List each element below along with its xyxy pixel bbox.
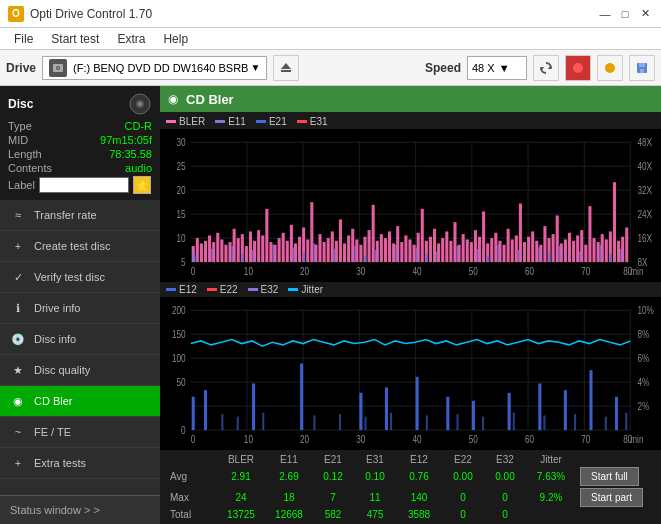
nav-transfer-rate[interactable]: ≈ Transfer rate bbox=[0, 200, 160, 231]
eject-button[interactable] bbox=[273, 55, 299, 81]
nav-disc-quality[interactable]: ★ Disc quality bbox=[0, 355, 160, 386]
svg-rect-98 bbox=[380, 234, 383, 262]
speed-label: Speed bbox=[425, 61, 461, 75]
legend-e11: E11 bbox=[215, 116, 246, 127]
svg-rect-121 bbox=[474, 230, 477, 262]
svg-rect-164 bbox=[293, 247, 295, 262]
svg-rect-66 bbox=[249, 231, 252, 262]
start-part-button[interactable]: Start part bbox=[580, 488, 643, 507]
legend-e31-label: E31 bbox=[310, 116, 328, 127]
svg-rect-173 bbox=[477, 249, 479, 262]
speed-select[interactable]: 48 X ▼ bbox=[467, 56, 527, 80]
disc-label-input[interactable] bbox=[39, 177, 129, 193]
refresh-button[interactable] bbox=[533, 55, 559, 81]
drive-label: Drive bbox=[6, 61, 36, 75]
top-legend: BLER E11 E21 E31 bbox=[160, 112, 661, 129]
maximize-button[interactable]: □ bbox=[617, 6, 633, 22]
drive-icon bbox=[49, 59, 67, 77]
svg-rect-160 bbox=[211, 249, 213, 262]
svg-rect-224 bbox=[192, 397, 195, 430]
nav-drive-info[interactable]: ℹ Drive info bbox=[0, 293, 160, 324]
start-full-button[interactable]: Start full bbox=[580, 467, 639, 486]
stats-max-e31: 11 bbox=[354, 492, 396, 503]
disc-length-key: Length bbox=[8, 148, 42, 160]
svg-rect-114 bbox=[445, 231, 448, 262]
svg-rect-128 bbox=[503, 245, 506, 262]
svg-rect-162 bbox=[252, 250, 254, 262]
svg-text:0: 0 bbox=[191, 433, 196, 445]
legend-e21-label: E21 bbox=[269, 116, 287, 127]
svg-rect-151 bbox=[597, 242, 600, 262]
stats-total-row: Total 13725 12668 582 475 3588 0 0 bbox=[168, 509, 653, 520]
stats-total-label: Total bbox=[170, 509, 216, 520]
main-layout: Disc Type CD-R MID 97m15:05f Length 78:3… bbox=[0, 86, 661, 524]
minimize-button[interactable]: — bbox=[597, 6, 613, 22]
svg-text:30: 30 bbox=[356, 433, 365, 445]
nav-extra-tests[interactable]: + Extra tests bbox=[0, 448, 160, 479]
drive-select[interactable]: (F:) BENQ DVD DD DW1640 BSRB ▼ bbox=[42, 56, 267, 80]
menu-start-test[interactable]: Start test bbox=[43, 30, 107, 48]
stats-total-e22: 0 bbox=[442, 509, 484, 520]
svg-rect-251 bbox=[605, 417, 607, 430]
drive-value: (F:) BENQ DVD DD DW1640 BSRB bbox=[69, 62, 248, 74]
stats-max-label: Max bbox=[170, 492, 216, 503]
stats-col-e21: E21 bbox=[312, 454, 354, 465]
disc-icon bbox=[128, 92, 152, 116]
svg-rect-227 bbox=[300, 364, 303, 431]
orange-button[interactable] bbox=[597, 55, 623, 81]
top-chart-wrap: 30 25 20 15 10 5 48X 40X 32X 24X 16X 8X … bbox=[160, 129, 661, 282]
svg-rect-225 bbox=[204, 390, 207, 430]
disc-label-button[interactable]: ⭐ bbox=[133, 176, 151, 194]
legend-bler-color bbox=[166, 120, 176, 123]
svg-rect-186 bbox=[487, 255, 489, 262]
svg-text:48X: 48X bbox=[637, 136, 652, 148]
stats-avg-e31: 0.10 bbox=[354, 471, 396, 482]
svg-rect-85 bbox=[327, 238, 330, 262]
disc-contents-val: audio bbox=[125, 162, 152, 174]
sidebar: Disc Type CD-R MID 97m15:05f Length 78:3… bbox=[0, 86, 160, 524]
chart-title: CD Bler bbox=[186, 92, 234, 107]
svg-text:10: 10 bbox=[244, 265, 253, 277]
menu-extra[interactable]: Extra bbox=[109, 30, 153, 48]
nav-cd-bler[interactable]: ◉ CD Bler bbox=[0, 386, 160, 417]
svg-rect-250 bbox=[574, 414, 576, 430]
stats-avg-row: Avg 2.91 2.69 0.12 0.10 0.76 0.00 0.00 7… bbox=[168, 467, 653, 486]
stats-total-e21: 582 bbox=[312, 509, 354, 520]
menu-help[interactable]: Help bbox=[155, 30, 196, 48]
nav-disc-quality-label: Disc quality bbox=[34, 364, 90, 376]
svg-rect-123 bbox=[482, 211, 485, 262]
svg-rect-76 bbox=[290, 225, 293, 262]
drive-info-icon: ℹ bbox=[10, 300, 26, 316]
status-window-button[interactable]: Status window > > bbox=[0, 495, 160, 524]
svg-rect-236 bbox=[589, 370, 592, 430]
svg-rect-170 bbox=[416, 247, 418, 262]
nav-fe-te[interactable]: ~ FE / TE bbox=[0, 417, 160, 448]
verify-test-disc-icon: ✓ bbox=[10, 269, 26, 285]
svg-rect-176 bbox=[538, 247, 540, 262]
red-button[interactable] bbox=[565, 55, 591, 81]
svg-rect-61 bbox=[229, 242, 232, 262]
svg-rect-141 bbox=[556, 215, 559, 262]
svg-rect-116 bbox=[453, 222, 456, 262]
svg-text:15: 15 bbox=[176, 208, 185, 220]
svg-rect-171 bbox=[436, 251, 438, 262]
nav-disc-info[interactable]: 💿 Disc info bbox=[0, 324, 160, 355]
save-button[interactable] bbox=[629, 55, 655, 81]
nav-create-test-disc[interactable]: + Create test disc bbox=[0, 231, 160, 262]
svg-rect-73 bbox=[278, 238, 281, 262]
disc-mid-key: MID bbox=[8, 134, 28, 146]
menu-file[interactable]: File bbox=[6, 30, 41, 48]
svg-rect-166 bbox=[334, 249, 336, 262]
svg-rect-178 bbox=[579, 251, 581, 262]
svg-rect-89 bbox=[343, 243, 346, 262]
svg-rect-54 bbox=[200, 243, 203, 262]
legend-e12-label: E12 bbox=[179, 284, 197, 295]
svg-marker-3 bbox=[281, 63, 291, 69]
svg-rect-4 bbox=[281, 70, 291, 72]
drive-dropdown-icon: ▼ bbox=[250, 62, 260, 73]
speed-dropdown-icon: ▼ bbox=[499, 62, 510, 74]
svg-rect-165 bbox=[313, 243, 315, 262]
nav-verify-test-disc[interactable]: ✓ Verify test disc bbox=[0, 262, 160, 293]
svg-rect-228 bbox=[359, 393, 362, 430]
close-button[interactable]: ✕ bbox=[637, 6, 653, 22]
